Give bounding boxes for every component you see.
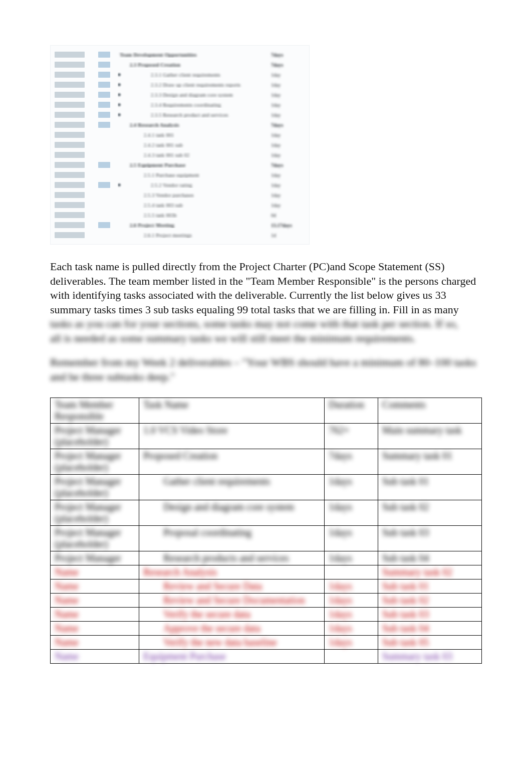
- table-row: NameResearch AnalysisSummary task 02: [51, 565, 482, 579]
- wbs-row: 2.5.1 Purchase equipment1day: [55, 170, 305, 180]
- col-comments: Comments: [378, 398, 482, 423]
- wbs-row: 2.5.3 Vendor purchases1day: [55, 190, 305, 200]
- wbs-row: 2.5.5 task 003b0d: [55, 210, 305, 220]
- cell-team-member: Name: [55, 580, 79, 592]
- para-line-1: Each task name is pulled directly from t…: [50, 260, 445, 273]
- col-duration: Duration: [325, 398, 378, 423]
- cell-comments: Sub task 03: [382, 527, 429, 538]
- wbs-task-label: 2.4.1 task 001: [144, 132, 174, 138]
- wbs-task-label: 2.5.4 task 003 sub: [144, 203, 183, 208]
- cell-team-member: Project Manager (placeholder): [55, 450, 135, 473]
- wbs-row: 2.3.4 Requirements coordinating1day: [55, 100, 305, 110]
- cell-comments: Summary task 02: [382, 566, 452, 578]
- wbs-row: 2.3.3 Design and diagram core system1day: [55, 90, 305, 100]
- wbs-duration: 1day: [271, 112, 281, 118]
- wbs-row: 2.4.1 task 0011day: [55, 130, 305, 140]
- wbs-row: 2.3.5 Research product and services1day: [55, 110, 305, 120]
- wbs-task-label: 2.3.4 Requirements coordinating: [151, 102, 221, 108]
- wbs-task-label: 2.5.2 Vendor rating: [151, 182, 192, 188]
- wbs-duration: 1day: [271, 102, 281, 108]
- wbs-task-label: 2.5 Equipment Purchase: [130, 162, 185, 168]
- wbs-duration: 13.17days: [271, 223, 292, 228]
- cell-task-name: 1.0 VCS Video Store: [143, 425, 227, 436]
- cell-team-member: Project Manager (placeholder): [55, 501, 135, 524]
- para-blur-2: all is needed as some summary tasks we w…: [50, 332, 416, 344]
- wbs-duration: 1day: [271, 172, 281, 178]
- cell-duration: 1days: [329, 527, 352, 538]
- cell-task-name: Verify the secure data: [143, 609, 250, 620]
- cell-comments: Sub task 02: [382, 595, 429, 606]
- cell-task-name: Verify the new data baseline: [143, 637, 277, 648]
- table-row: Project Manager (placeholder)Proposed Cr…: [51, 449, 482, 474]
- para-line-4: summary tasks times 3 sub tasks equaling…: [50, 303, 459, 316]
- cell-task-name: Proposed Creation: [143, 450, 217, 462]
- cell-team-member: Name: [55, 609, 79, 620]
- cell-duration: 1days: [329, 609, 352, 620]
- wbs-row: 2.4.2 task 001 sub1day: [55, 140, 305, 150]
- wbs-task-label: 2.4.2 task 001 sub: [144, 142, 183, 148]
- cell-team-member: Name: [55, 623, 79, 634]
- table-row: Project Manager (placeholder)Design and …: [51, 500, 482, 525]
- wbs-task-label: 2.6.1 Project meetings: [144, 233, 192, 238]
- instructions-paragraph: Each task name is pulled directly from t…: [50, 260, 482, 346]
- cell-task-name: Review and Secure Data: [143, 580, 262, 592]
- wbs-duration: 1day: [271, 182, 281, 188]
- wbs-row: 2.5 Equipment Purchase7days: [55, 160, 305, 170]
- table-row: NameReview and Secure Data1daysSub task …: [51, 579, 482, 593]
- para-line-2: deliverables. The team member listed in …: [50, 275, 476, 287]
- table-row: NameVerify the secure data1daysSub task …: [51, 607, 482, 621]
- wbs-duration: 1day: [271, 132, 281, 138]
- wbs-row: 2.3 Proposed Creation7days: [55, 60, 305, 70]
- para-blur-1: tasks as you can for your sections, some…: [50, 317, 458, 330]
- cell-comments: Sub task 02: [382, 501, 429, 513]
- document-page: Team Development Opportunities7days2.3 P…: [0, 0, 532, 694]
- cell-team-member: Project Manager (placeholder): [55, 476, 135, 499]
- wbs-row: Team Development Opportunities7days: [55, 50, 305, 60]
- wbs-row: 2.3.2 Draw up client requirements report…: [55, 80, 305, 90]
- cell-team-member: Project Manager (placeholder): [55, 527, 135, 550]
- cell-task-name: Gather client requirements: [143, 476, 270, 487]
- wbs-duration: 1d: [271, 233, 276, 238]
- wbs-row: 2.5.4 task 003 sub1day: [55, 200, 305, 210]
- table-row: NameApprove the secure data1daysSub task…: [51, 621, 482, 635]
- wbs-task-label: 2.3.5 Research product and services: [151, 112, 228, 118]
- cell-comments: Sub task 01: [382, 580, 429, 592]
- table-row: Project Manager (placeholder)Gather clie…: [51, 474, 482, 500]
- table-row: NameVerify the new data baseline1daysSub…: [51, 635, 482, 649]
- cell-team-member: Project Manager: [55, 552, 121, 564]
- assignment-table: Team Member Responsible Task Name Durati…: [50, 398, 482, 664]
- cell-team-member: Name: [55, 637, 79, 648]
- table-row: NameEquipment PurchaseSummary task 03: [51, 649, 482, 663]
- wbs-task-label: 2.4.3 task 001 sub 02: [144, 152, 189, 158]
- assignment-table-body: Project Manager (placeholder)1.0 VCS Vid…: [51, 423, 482, 663]
- assignment-table-head: Team Member Responsible Task Name Durati…: [51, 398, 482, 423]
- cell-task-name: Research Analysis: [143, 566, 217, 578]
- wbs-task-label: 2.5.5 task 003b: [144, 213, 177, 218]
- wbs-row: 2.6.1 Project meetings1d: [55, 230, 305, 240]
- table-row: Project Manager (placeholder)Proposal co…: [51, 525, 482, 551]
- wbs-task-label: 2.5.1 Purchase equipment: [144, 172, 199, 178]
- wbs-duration: 1day: [271, 152, 281, 158]
- cell-duration: 762+: [329, 425, 349, 436]
- wbs-duration: 1day: [271, 82, 281, 88]
- wbs-row: 2.3.1 Gather client requirements1day: [55, 70, 305, 80]
- wbs-task-label: 2.5.3 Vendor purchases: [144, 192, 194, 198]
- cell-task-name: Proposal coordinating: [143, 527, 251, 538]
- cell-comments: Sub task 05: [382, 637, 429, 648]
- table-row: Project ManagerResearch products and ser…: [51, 551, 482, 565]
- note-lead: Remember from my Week 2 deliverables –: [50, 356, 242, 368]
- table-row: NameReview and Secure Documentation1days…: [51, 593, 482, 607]
- wbs-duration: 1day: [271, 72, 281, 78]
- wbs-duration: 1day: [271, 192, 281, 198]
- wbs-task-label: 2.3.1 Gather client requirements: [151, 72, 220, 78]
- table-row: Project Manager (placeholder)1.0 VCS Vid…: [51, 423, 482, 449]
- col-task-name: Task Name: [139, 398, 325, 423]
- cell-duration: 1days: [329, 623, 352, 634]
- cell-duration: 1days: [329, 595, 352, 606]
- wbs-duration: 1day: [271, 142, 281, 148]
- wbs-task-label: 2.4 Research Analysis: [130, 122, 179, 128]
- cell-duration: 1days: [329, 637, 352, 648]
- cell-comments: Sub task 01: [382, 476, 429, 487]
- para-line-3: with identifying tasks associated with t…: [50, 289, 446, 301]
- cell-comments: Sub task 04: [382, 552, 429, 564]
